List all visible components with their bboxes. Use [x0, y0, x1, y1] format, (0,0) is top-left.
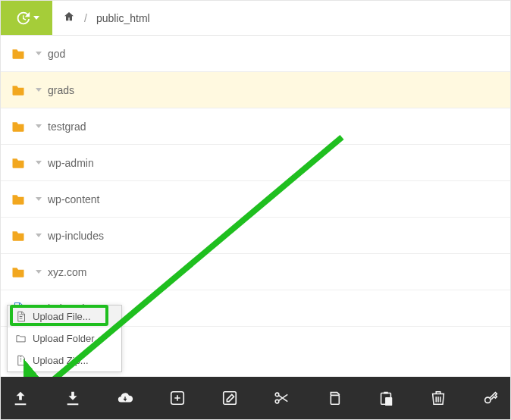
folder-row[interactable]: testgrad [1, 108, 510, 145]
menu-item-upload-file[interactable]: Upload File... [8, 306, 121, 328]
toolbar-copy-button[interactable] [320, 383, 348, 413]
file-name: god [48, 48, 65, 60]
folder-row[interactable]: wp-admin [1, 145, 510, 181]
svg-rect-7 [385, 397, 392, 406]
toolbar-paste-button[interactable] [372, 383, 400, 413]
chevron-down-icon[interactable] [36, 161, 42, 165]
cloud-download-icon [117, 390, 133, 406]
toolbar-new-button[interactable] [163, 383, 191, 413]
file-name: wp-content [48, 193, 99, 205]
menu-item-label: Upload Folder... [33, 333, 102, 344]
folder-icon [10, 192, 27, 207]
folder-row[interactable]: wp-includes [1, 218, 510, 254]
menu-item-label: Upload File... [33, 311, 91, 322]
breadcrumb: / public_html [52, 1, 161, 35]
folder-icon [10, 119, 27, 134]
zip-icon [15, 355, 27, 366]
folder-row[interactable]: grads [1, 72, 510, 108]
home-icon[interactable] [63, 11, 75, 25]
svg-point-8 [484, 397, 490, 403]
file-name: wp-admin [48, 157, 94, 169]
chevron-down-icon[interactable] [36, 197, 42, 201]
chevron-down-icon[interactable] [36, 270, 42, 274]
menu-item-upload-folder[interactable]: Upload Folder... [8, 328, 121, 349]
chevron-down-icon[interactable] [36, 124, 42, 128]
svg-rect-5 [331, 395, 340, 404]
chevron-down-icon[interactable] [36, 52, 42, 55]
toolbar-download-button[interactable] [59, 383, 87, 413]
menu-item-upload-zip[interactable]: Upload Zip... [8, 349, 121, 371]
svg-rect-2 [223, 392, 236, 405]
scissors-icon [273, 390, 290, 406]
folder-icon [10, 228, 27, 243]
upload-icon [12, 390, 29, 406]
key-icon [482, 390, 499, 406]
trash-icon [430, 390, 447, 406]
folder-icon [10, 46, 27, 61]
file-name: grads [48, 84, 74, 96]
upload-menu: Upload File... Upload Folder... Upload Z… [7, 305, 122, 372]
plus-square-icon [169, 390, 186, 406]
breadcrumb-separator: / [84, 12, 87, 24]
toolbar-cut-button[interactable] [268, 383, 296, 413]
breadcrumb-segment[interactable]: public_html [96, 12, 150, 24]
history-icon [14, 10, 31, 27]
history-button[interactable] [1, 1, 52, 35]
toolbar-edit-button[interactable] [215, 383, 243, 413]
edit-icon [221, 390, 238, 406]
bottom-toolbar [1, 377, 510, 419]
chevron-down-icon[interactable] [36, 234, 42, 237]
folder-row[interactable]: wp-content [1, 181, 510, 218]
file-name: testgrad [48, 121, 86, 133]
file-list: godgradstestgradwp-adminwp-contentwp-inc… [1, 36, 510, 327]
chevron-down-icon[interactable] [36, 88, 42, 92]
toolbar-cloud-button[interactable] [111, 383, 140, 413]
download-icon [64, 390, 81, 406]
folder-icon [15, 333, 27, 344]
top-bar: / public_html [1, 1, 510, 36]
folder-icon [10, 265, 27, 280]
menu-item-label: Upload Zip... [33, 355, 89, 366]
chevron-down-icon [33, 16, 39, 20]
file-icon [15, 311, 27, 322]
folder-row[interactable]: xyz.com [1, 254, 510, 290]
folder-row[interactable]: god [1, 36, 510, 72]
copy-icon [325, 390, 342, 406]
folder-icon [10, 83, 27, 98]
paste-icon [378, 390, 394, 406]
folder-icon [10, 155, 27, 171]
file-name: xyz.com [48, 266, 86, 278]
toolbar-delete-button[interactable] [424, 383, 452, 413]
file-name: wp-includes [48, 230, 104, 242]
toolbar-upload-button[interactable] [7, 383, 35, 413]
toolbar-permissions-button[interactable] [476, 383, 504, 413]
